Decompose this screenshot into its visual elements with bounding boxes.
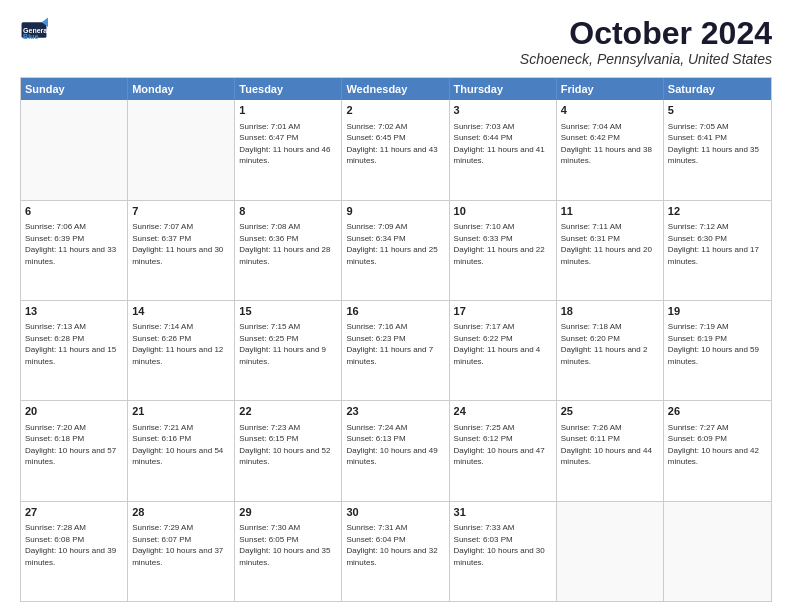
- cell-info: Sunrise: 7:08 AM Sunset: 6:36 PM Dayligh…: [239, 221, 337, 267]
- cell-info: Sunrise: 7:19 AM Sunset: 6:19 PM Dayligh…: [668, 321, 767, 367]
- day-number: 5: [668, 103, 767, 118]
- calendar-cell: 13Sunrise: 7:13 AM Sunset: 6:28 PM Dayli…: [21, 301, 128, 400]
- day-number: 10: [454, 204, 552, 219]
- title-block: October 2024 Schoeneck, Pennsylvania, Un…: [520, 16, 772, 67]
- calendar-cell: 6Sunrise: 7:06 AM Sunset: 6:39 PM Daylig…: [21, 201, 128, 300]
- calendar-body: 1Sunrise: 7:01 AM Sunset: 6:47 PM Daylig…: [21, 100, 771, 601]
- calendar-cell: 8Sunrise: 7:08 AM Sunset: 6:36 PM Daylig…: [235, 201, 342, 300]
- calendar-cell: 19Sunrise: 7:19 AM Sunset: 6:19 PM Dayli…: [664, 301, 771, 400]
- cell-info: Sunrise: 7:17 AM Sunset: 6:22 PM Dayligh…: [454, 321, 552, 367]
- cell-info: Sunrise: 7:16 AM Sunset: 6:23 PM Dayligh…: [346, 321, 444, 367]
- day-number: 21: [132, 404, 230, 419]
- logo-icon: General Blue: [20, 16, 48, 44]
- calendar-row-0: 1Sunrise: 7:01 AM Sunset: 6:47 PM Daylig…: [21, 100, 771, 199]
- calendar-cell: 28Sunrise: 7:29 AM Sunset: 6:07 PM Dayli…: [128, 502, 235, 601]
- page: General Blue October 2024 Schoeneck, Pen…: [0, 0, 792, 612]
- header-day-thursday: Thursday: [450, 78, 557, 100]
- header-day-saturday: Saturday: [664, 78, 771, 100]
- month-title: October 2024: [520, 16, 772, 51]
- calendar-cell: 1Sunrise: 7:01 AM Sunset: 6:47 PM Daylig…: [235, 100, 342, 199]
- day-number: 22: [239, 404, 337, 419]
- location: Schoeneck, Pennsylvania, United States: [520, 51, 772, 67]
- cell-info: Sunrise: 7:28 AM Sunset: 6:08 PM Dayligh…: [25, 522, 123, 568]
- cell-info: Sunrise: 7:26 AM Sunset: 6:11 PM Dayligh…: [561, 422, 659, 468]
- day-number: 26: [668, 404, 767, 419]
- day-number: 28: [132, 505, 230, 520]
- calendar-cell: 9Sunrise: 7:09 AM Sunset: 6:34 PM Daylig…: [342, 201, 449, 300]
- calendar-cell: 26Sunrise: 7:27 AM Sunset: 6:09 PM Dayli…: [664, 401, 771, 500]
- header: General Blue October 2024 Schoeneck, Pen…: [20, 16, 772, 67]
- header-day-wednesday: Wednesday: [342, 78, 449, 100]
- day-number: 31: [454, 505, 552, 520]
- day-number: 4: [561, 103, 659, 118]
- calendar-cell: 12Sunrise: 7:12 AM Sunset: 6:30 PM Dayli…: [664, 201, 771, 300]
- day-number: 15: [239, 304, 337, 319]
- svg-text:Blue: Blue: [23, 33, 38, 40]
- calendar-cell: [557, 502, 664, 601]
- day-number: 17: [454, 304, 552, 319]
- header-day-monday: Monday: [128, 78, 235, 100]
- cell-info: Sunrise: 7:30 AM Sunset: 6:05 PM Dayligh…: [239, 522, 337, 568]
- cell-info: Sunrise: 7:33 AM Sunset: 6:03 PM Dayligh…: [454, 522, 552, 568]
- day-number: 20: [25, 404, 123, 419]
- cell-info: Sunrise: 7:10 AM Sunset: 6:33 PM Dayligh…: [454, 221, 552, 267]
- day-number: 1: [239, 103, 337, 118]
- day-number: 2: [346, 103, 444, 118]
- day-number: 18: [561, 304, 659, 319]
- day-number: 25: [561, 404, 659, 419]
- calendar-row-2: 13Sunrise: 7:13 AM Sunset: 6:28 PM Dayli…: [21, 300, 771, 400]
- cell-info: Sunrise: 7:18 AM Sunset: 6:20 PM Dayligh…: [561, 321, 659, 367]
- calendar-cell: 30Sunrise: 7:31 AM Sunset: 6:04 PM Dayli…: [342, 502, 449, 601]
- day-number: 27: [25, 505, 123, 520]
- calendar-cell: 11Sunrise: 7:11 AM Sunset: 6:31 PM Dayli…: [557, 201, 664, 300]
- calendar-cell: 2Sunrise: 7:02 AM Sunset: 6:45 PM Daylig…: [342, 100, 449, 199]
- calendar-cell: 31Sunrise: 7:33 AM Sunset: 6:03 PM Dayli…: [450, 502, 557, 601]
- calendar-cell: 21Sunrise: 7:21 AM Sunset: 6:16 PM Dayli…: [128, 401, 235, 500]
- calendar-cell: 4Sunrise: 7:04 AM Sunset: 6:42 PM Daylig…: [557, 100, 664, 199]
- day-number: 24: [454, 404, 552, 419]
- cell-info: Sunrise: 7:06 AM Sunset: 6:39 PM Dayligh…: [25, 221, 123, 267]
- calendar-row-1: 6Sunrise: 7:06 AM Sunset: 6:39 PM Daylig…: [21, 200, 771, 300]
- day-number: 19: [668, 304, 767, 319]
- calendar-cell: 25Sunrise: 7:26 AM Sunset: 6:11 PM Dayli…: [557, 401, 664, 500]
- cell-info: Sunrise: 7:23 AM Sunset: 6:15 PM Dayligh…: [239, 422, 337, 468]
- calendar-row-4: 27Sunrise: 7:28 AM Sunset: 6:08 PM Dayli…: [21, 501, 771, 601]
- cell-info: Sunrise: 7:15 AM Sunset: 6:25 PM Dayligh…: [239, 321, 337, 367]
- calendar-cell: 14Sunrise: 7:14 AM Sunset: 6:26 PM Dayli…: [128, 301, 235, 400]
- cell-info: Sunrise: 7:01 AM Sunset: 6:47 PM Dayligh…: [239, 121, 337, 167]
- header-day-sunday: Sunday: [21, 78, 128, 100]
- calendar-cell: [21, 100, 128, 199]
- calendar-cell: [664, 502, 771, 601]
- header-day-tuesday: Tuesday: [235, 78, 342, 100]
- day-number: 16: [346, 304, 444, 319]
- cell-info: Sunrise: 7:27 AM Sunset: 6:09 PM Dayligh…: [668, 422, 767, 468]
- cell-info: Sunrise: 7:09 AM Sunset: 6:34 PM Dayligh…: [346, 221, 444, 267]
- calendar-cell: 29Sunrise: 7:30 AM Sunset: 6:05 PM Dayli…: [235, 502, 342, 601]
- calendar-row-3: 20Sunrise: 7:20 AM Sunset: 6:18 PM Dayli…: [21, 400, 771, 500]
- calendar-cell: 3Sunrise: 7:03 AM Sunset: 6:44 PM Daylig…: [450, 100, 557, 199]
- cell-info: Sunrise: 7:11 AM Sunset: 6:31 PM Dayligh…: [561, 221, 659, 267]
- cell-info: Sunrise: 7:04 AM Sunset: 6:42 PM Dayligh…: [561, 121, 659, 167]
- calendar-cell: 18Sunrise: 7:18 AM Sunset: 6:20 PM Dayli…: [557, 301, 664, 400]
- day-number: 3: [454, 103, 552, 118]
- calendar-cell: [128, 100, 235, 199]
- day-number: 11: [561, 204, 659, 219]
- calendar-cell: 7Sunrise: 7:07 AM Sunset: 6:37 PM Daylig…: [128, 201, 235, 300]
- cell-info: Sunrise: 7:05 AM Sunset: 6:41 PM Dayligh…: [668, 121, 767, 167]
- day-number: 6: [25, 204, 123, 219]
- calendar-cell: 5Sunrise: 7:05 AM Sunset: 6:41 PM Daylig…: [664, 100, 771, 199]
- logo: General Blue: [20, 16, 48, 44]
- day-number: 13: [25, 304, 123, 319]
- day-number: 12: [668, 204, 767, 219]
- day-number: 30: [346, 505, 444, 520]
- cell-info: Sunrise: 7:31 AM Sunset: 6:04 PM Dayligh…: [346, 522, 444, 568]
- calendar-cell: 20Sunrise: 7:20 AM Sunset: 6:18 PM Dayli…: [21, 401, 128, 500]
- calendar-cell: 16Sunrise: 7:16 AM Sunset: 6:23 PM Dayli…: [342, 301, 449, 400]
- calendar-cell: 22Sunrise: 7:23 AM Sunset: 6:15 PM Dayli…: [235, 401, 342, 500]
- header-day-friday: Friday: [557, 78, 664, 100]
- cell-info: Sunrise: 7:20 AM Sunset: 6:18 PM Dayligh…: [25, 422, 123, 468]
- calendar-cell: 17Sunrise: 7:17 AM Sunset: 6:22 PM Dayli…: [450, 301, 557, 400]
- cell-info: Sunrise: 7:21 AM Sunset: 6:16 PM Dayligh…: [132, 422, 230, 468]
- day-number: 9: [346, 204, 444, 219]
- calendar-cell: 27Sunrise: 7:28 AM Sunset: 6:08 PM Dayli…: [21, 502, 128, 601]
